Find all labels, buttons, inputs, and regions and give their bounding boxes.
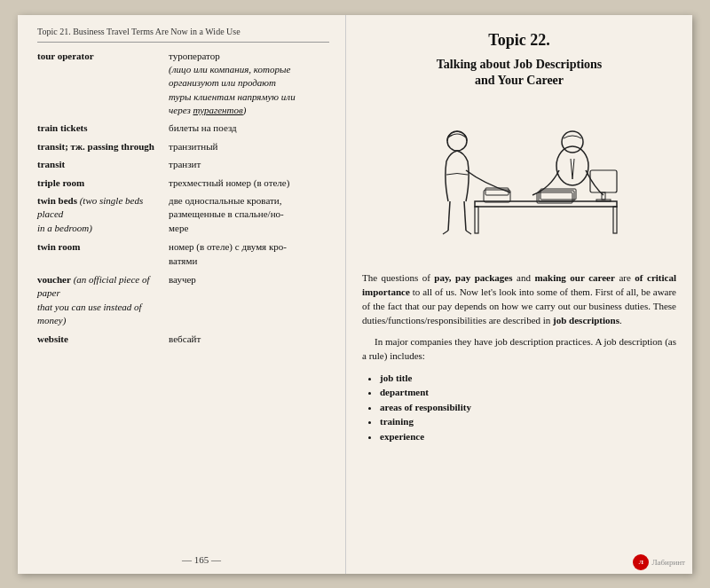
- left-page: Topic 21. Business Travel Terms Are Now …: [18, 15, 346, 574]
- list-item: training: [380, 414, 676, 429]
- svg-rect-10: [596, 200, 611, 201]
- illustration: [395, 99, 643, 259]
- svg-rect-8: [590, 170, 617, 192]
- list-item: department: [380, 385, 676, 400]
- svg-rect-7: [485, 188, 509, 195]
- book-spread: Topic 21. Business Travel Terms Are Now …: [18, 15, 692, 574]
- watermark-icon: Л: [633, 554, 649, 570]
- glossary-row: tour operator туроператор (лицо или комп…: [37, 50, 329, 118]
- topic-title: Talking about Job Descriptionsand Your C…: [362, 57, 676, 89]
- glossary-row: twin beds (two single beds placedin a be…: [37, 194, 329, 235]
- left-page-header: Topic 21. Business Travel Terms Are Now …: [37, 26, 329, 43]
- right-page: Topic 22. Talking about Job Descriptions…: [346, 15, 692, 574]
- term: twin room: [37, 240, 169, 254]
- term-text: triple room: [37, 177, 84, 188]
- glossary-row: transit транзит: [37, 158, 329, 171]
- term-text: transit: [37, 159, 65, 169]
- page-number: — 165 —: [182, 554, 221, 565]
- term-text: twin beds: [37, 195, 77, 206]
- term: tour operator: [37, 50, 169, 63]
- glossary-table: tour operator туроператор (лицо или комп…: [37, 50, 329, 346]
- glossary-row: transit; тж. passing through транзитный: [37, 140, 329, 153]
- term: twin beds (two single beds placedin a be…: [37, 194, 169, 235]
- svg-rect-2: [613, 207, 617, 233]
- list-item: experience: [380, 429, 676, 444]
- term-text: train tickets: [37, 122, 88, 133]
- svg-point-12: [562, 131, 583, 153]
- definition: транзитный: [169, 140, 329, 153]
- glossary-row: website вебсайт: [37, 333, 329, 346]
- definition: ваучер: [169, 273, 329, 286]
- term-text: transit; тж. passing through: [37, 141, 154, 152]
- term-text: twin room: [37, 241, 80, 252]
- bullet-list: job title department areas of responsibi…: [380, 371, 676, 444]
- term: voucher (an official piece of paperthat …: [37, 273, 169, 328]
- watermark: Л Лабиринт: [633, 554, 685, 570]
- term-text: website: [37, 333, 68, 344]
- definition: туроператор (лицо или компания, которыео…: [169, 50, 329, 118]
- definition: вебсайт: [169, 333, 329, 346]
- term-text: tour operator: [37, 51, 94, 61]
- term-text: voucher: [37, 274, 71, 285]
- svg-rect-1: [475, 207, 478, 233]
- definition: трехместный номер (в отеле): [169, 176, 329, 190]
- watermark-label: Лабиринт: [651, 558, 685, 567]
- glossary-row: triple room трехместный номер (в отеле): [37, 176, 329, 190]
- term: train tickets: [37, 122, 169, 135]
- topic-number: Topic 22.: [362, 29, 676, 51]
- glossary-row: twin room номер (в отеле) с двумя кро-ва…: [37, 240, 329, 268]
- term: transit; тж. passing through: [37, 140, 169, 153]
- def-italic-text: (лицо или компания, которыеорганизуют ил…: [169, 64, 296, 115]
- definition: номер (в отеле) с двумя кро-ватями: [169, 240, 329, 268]
- list-item: job title: [380, 371, 676, 386]
- definition: билеты на поезд: [169, 122, 329, 135]
- glossary-row: train tickets билеты на поезд: [37, 122, 329, 135]
- body-text-1: The questions of pay, pay packages and m…: [362, 271, 676, 328]
- term: triple room: [37, 176, 169, 190]
- glossary-row: voucher (an official piece of paperthat …: [37, 273, 329, 328]
- term: transit: [37, 158, 169, 171]
- definition: транзит: [169, 158, 329, 171]
- definition: две односпальные кровати,размещенные в с…: [169, 194, 329, 235]
- body-text-2: In major companies they have job descrip…: [362, 335, 676, 364]
- list-item: areas of responsibility: [380, 400, 676, 415]
- term: website: [37, 333, 169, 346]
